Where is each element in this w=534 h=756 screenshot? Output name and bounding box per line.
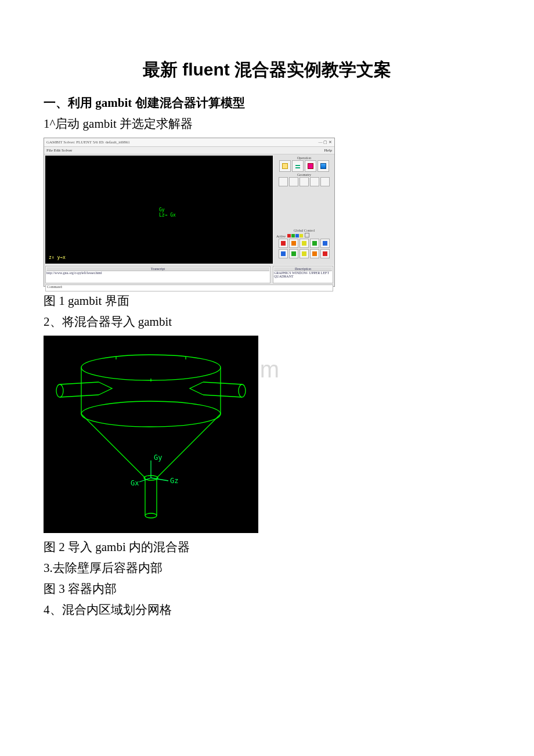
svg-line-12 bbox=[60, 395, 99, 397]
axis-gz-label: Gz bbox=[170, 477, 178, 485]
axis-gy-label: Gy bbox=[154, 453, 162, 462]
step-3-text: 3.去除壁厚后容器内部 bbox=[44, 560, 490, 576]
figure-3-caption: 图 3 容器内部 bbox=[44, 581, 490, 597]
help-menu[interactable]: Help bbox=[324, 147, 332, 154]
command-line[interactable]: Command: bbox=[45, 285, 333, 291]
edge-button[interactable] bbox=[289, 177, 298, 186]
volume-button[interactable] bbox=[310, 177, 319, 186]
fit-icon bbox=[281, 241, 286, 246]
redisplay-button[interactable] bbox=[300, 239, 309, 248]
light-icon bbox=[312, 251, 317, 256]
command-label: Command: bbox=[47, 285, 63, 289]
description-header: Description bbox=[274, 267, 332, 271]
side-panel: Operation Geometry bbox=[274, 154, 334, 265]
render-icon bbox=[291, 251, 296, 256]
svg-point-1 bbox=[81, 401, 221, 427]
orient-button[interactable] bbox=[310, 239, 319, 248]
svg-point-0 bbox=[81, 355, 221, 380]
graphics-viewport[interactable]: Gy Lz→ Gx z↑ y→x bbox=[45, 156, 273, 264]
mesh-button[interactable] bbox=[292, 160, 304, 172]
fit-button[interactable] bbox=[279, 239, 288, 248]
global-control-label: Global Control bbox=[275, 229, 333, 232]
axis-gx-label: Gx bbox=[131, 479, 139, 487]
panel-spacer bbox=[275, 188, 333, 228]
menu-bar[interactable]: File Edit Solver Help bbox=[44, 147, 334, 154]
figure-2-caption: 图 2 导入 gambi 内的混合器 bbox=[44, 539, 490, 555]
zones-button[interactable] bbox=[305, 160, 316, 172]
main-area: Gy Lz→ Gx z↑ y→x Operation Geometry bbox=[44, 154, 334, 265]
operation-label: Operation bbox=[275, 156, 333, 160]
redisplay-icon bbox=[302, 241, 306, 246]
undo-button[interactable] bbox=[320, 239, 330, 248]
geometry-buttons bbox=[275, 177, 333, 186]
geometry-label: Geometry bbox=[275, 173, 333, 177]
mesh-icon bbox=[295, 164, 300, 168]
svg-line-4 bbox=[81, 414, 145, 478]
svg-line-11 bbox=[60, 382, 99, 384]
vertex-button[interactable] bbox=[279, 177, 288, 186]
examine-icon bbox=[281, 251, 286, 256]
figure-1: GAMBIT Solver: FLUENT 5/6 ID: default_id… bbox=[44, 138, 490, 287]
section-heading: 一、利用 gambit 创建混合器计算模型 bbox=[44, 95, 490, 111]
bottom-panels: Transcript http://www.gnu.org/copyleft/l… bbox=[44, 265, 334, 285]
svg-point-9 bbox=[145, 513, 157, 518]
step-1-text: 1^启动 gambit 并选定求解器 bbox=[44, 116, 490, 132]
axis-indicator-center: Gy Lz→ Gx bbox=[159, 207, 176, 218]
geometry-button[interactable] bbox=[279, 160, 291, 172]
zones-icon bbox=[308, 163, 313, 169]
svg-line-15 bbox=[203, 395, 242, 397]
axis-gy-label: Gy bbox=[159, 207, 176, 213]
label-icon bbox=[302, 251, 306, 256]
orient-icon bbox=[312, 241, 317, 246]
svg-point-13 bbox=[239, 384, 246, 397]
annot-icon bbox=[323, 251, 327, 256]
window-title-text: GAMBIT Solver: FLUENT 5/6 ID: default_id… bbox=[46, 138, 130, 146]
tools-button[interactable] bbox=[317, 160, 329, 172]
window-titlebar: GAMBIT Solver: FLUENT 5/6 ID: default_id… bbox=[44, 138, 334, 147]
mixer-wireframe-svg: Gy Gz Gx bbox=[44, 336, 258, 533]
step-2-text: 2、将混合器导入 gambit bbox=[44, 314, 490, 330]
page-title: 最新 fluent 混合器实例教学文案 bbox=[44, 58, 490, 82]
select-button[interactable] bbox=[289, 239, 298, 248]
active-label: Active bbox=[276, 233, 333, 238]
transcript-header: Transcript bbox=[46, 267, 269, 271]
menu-items[interactable]: File Edit Solver bbox=[46, 148, 72, 153]
cube-icon bbox=[282, 163, 288, 169]
label-button[interactable] bbox=[300, 249, 309, 258]
description-panel: Description GRAPHICS WINDOW- UPPER LEFT … bbox=[273, 266, 333, 283]
group-button[interactable] bbox=[320, 177, 330, 186]
figure-2: Gy Gz Gx bbox=[44, 336, 490, 533]
render-button[interactable] bbox=[289, 249, 298, 258]
transcript-content: http://www.gnu.org/copyleft/lesser.html bbox=[46, 271, 269, 275]
tools-icon bbox=[320, 163, 326, 169]
svg-line-14 bbox=[203, 382, 242, 384]
svg-line-5 bbox=[157, 414, 221, 478]
document-page: 最新 fluent 混合器实例教学文案 一、利用 gambit 创建混合器计算模… bbox=[0, 0, 534, 657]
light-button[interactable] bbox=[310, 249, 319, 258]
axis-gx-label: Lz→ Gx bbox=[159, 213, 176, 218]
window-controls[interactable]: — ▢ ✕ bbox=[319, 138, 333, 146]
operation-buttons bbox=[275, 160, 333, 172]
global-buttons-2 bbox=[275, 249, 333, 258]
svg-point-10 bbox=[56, 384, 63, 397]
annot-button[interactable] bbox=[320, 249, 330, 258]
examine-button[interactable] bbox=[279, 249, 288, 258]
select-icon bbox=[291, 241, 296, 246]
face-button[interactable] bbox=[300, 177, 309, 186]
step-4-text: 4、混合内区域划分网格 bbox=[44, 602, 490, 618]
global-buttons-1 bbox=[275, 239, 333, 248]
undo-icon bbox=[323, 241, 327, 246]
mixer-viewport: Gy Gz Gx bbox=[44, 336, 258, 533]
description-content: GRAPHICS WINDOW- UPPER LEFT QUADRANT bbox=[274, 271, 332, 278]
figure-1-caption: 图 1 gambit 界面 bbox=[44, 293, 490, 309]
transcript-panel: Transcript http://www.gnu.org/copyleft/l… bbox=[45, 266, 270, 283]
gambit-window: GAMBIT Solver: FLUENT 5/6 ID: default_id… bbox=[44, 138, 335, 287]
axis-indicator-corner: z↑ y→x bbox=[49, 255, 66, 260]
